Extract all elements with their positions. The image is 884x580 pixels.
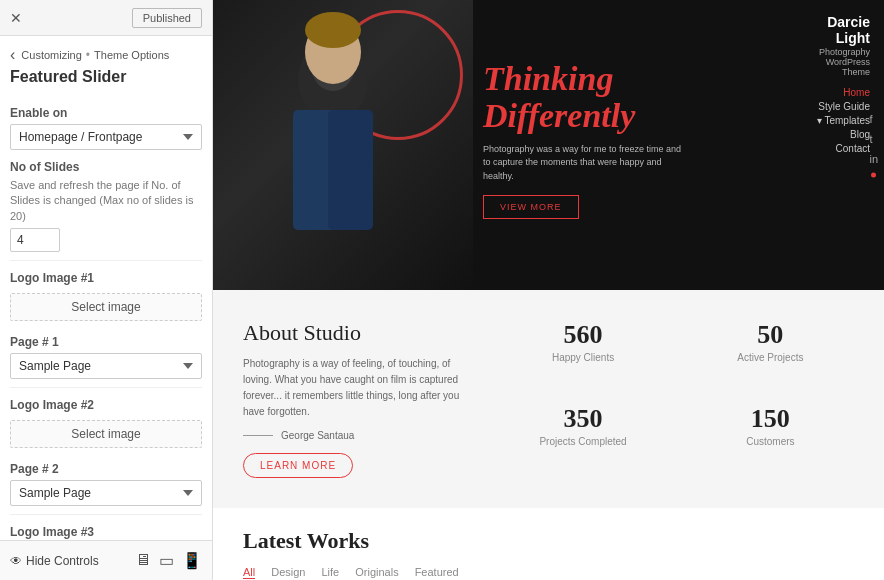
slides-help-text: Save and refresh the page if No. of Slid…	[10, 178, 202, 224]
panel-scroll-area: Enable on Homepage / Frontpage All Pages…	[0, 96, 212, 540]
panel-footer: 👁 Hide Controls 🖥 ▭ 📱	[0, 540, 212, 580]
stat-projects-completed: 350 Projects Completed	[499, 404, 666, 478]
stat-projects-completed-number: 350	[499, 404, 666, 434]
logo1-label: Logo Image #1	[10, 271, 202, 285]
works-title: Latest Works	[243, 528, 854, 554]
eye-icon: 👁	[10, 554, 22, 568]
page1-dropdown[interactable]: Sample Page	[10, 353, 202, 379]
about-description: Photography is a way of feeling, of touc…	[243, 356, 479, 420]
enable-label: Enable on	[10, 106, 202, 120]
about-title-pre: About	[243, 320, 298, 345]
customizer-panel: ✕ Published ‹ Customizing • Theme Option…	[0, 0, 213, 580]
page1-label: Page # 1	[10, 335, 202, 349]
hero-content: Thinking Differently Photography was a w…	[483, 60, 784, 219]
works-section: Latest Works All Design Life Originals F…	[213, 508, 884, 580]
logo3-label: Logo Image #3	[10, 525, 202, 539]
hero-heading-line2: Differently	[483, 97, 784, 134]
hero-person-image	[213, 0, 473, 290]
mobile-icon[interactable]: 📱	[182, 551, 202, 570]
preview-area: Darcie Light Photography WordPress Theme…	[213, 0, 884, 580]
panel-header: ✕ Published	[0, 0, 212, 36]
slides-count-input[interactable]	[10, 228, 60, 252]
hero-heading-line1: Thinking	[483, 60, 784, 97]
desktop-icon[interactable]: 🖥	[135, 551, 151, 570]
stat-active-projects: 50 Active Projects	[687, 320, 854, 394]
nav-home[interactable]: Home	[808, 87, 870, 98]
nav-templates[interactable]: ▾ Templates	[808, 115, 870, 126]
close-button[interactable]: ✕	[10, 10, 22, 26]
site-navigation: Darcie Light Photography WordPress Theme…	[794, 0, 884, 171]
footer-device-icons: 🖥 ▭ 📱	[135, 551, 202, 570]
svg-point-4	[305, 12, 361, 48]
enable-dropdown[interactable]: Homepage / Frontpage All Pages None	[10, 124, 202, 150]
stat-projects-completed-label: Projects Completed	[499, 436, 666, 447]
stat-active-projects-number: 50	[687, 320, 854, 350]
hide-controls-label: Hide Controls	[26, 554, 99, 568]
logo2-select-image-button[interactable]: Select image	[10, 420, 202, 448]
slides-label: No of Slides	[10, 160, 202, 174]
panel-title: Featured Slider	[0, 66, 212, 96]
svg-rect-5	[293, 110, 328, 230]
breadcrumb-theme-options: Theme Options	[94, 49, 169, 61]
stat-active-projects-label: Active Projects	[687, 352, 854, 363]
stat-happy-clients-label: Happy Clients	[499, 352, 666, 363]
about-text-area: About Studio Photography is a way of fee…	[243, 320, 479, 478]
stat-customers-label: Customers	[687, 436, 854, 447]
tab-design[interactable]: Design	[271, 566, 305, 579]
learn-more-button[interactable]: LEARN MORE	[243, 453, 353, 478]
stat-customers: 150 Customers	[687, 404, 854, 478]
about-title: About Studio	[243, 320, 479, 346]
page2-label: Page # 2	[10, 462, 202, 476]
tab-originals[interactable]: Originals	[355, 566, 398, 579]
site-tagline: Photography WordPress Theme	[808, 47, 870, 77]
works-filter-tabs: All Design Life Originals Featured	[243, 566, 854, 579]
tab-all[interactable]: All	[243, 566, 255, 579]
stats-grid: 560 Happy Clients 50 Active Projects 350…	[499, 320, 854, 478]
published-button[interactable]: Published	[132, 8, 202, 28]
tab-featured[interactable]: Featured	[415, 566, 459, 579]
tab-life[interactable]: Life	[321, 566, 339, 579]
about-section: About Studio Photography is a way of fee…	[213, 290, 884, 508]
about-title-highlight: Studio	[298, 320, 361, 345]
stat-customers-number: 150	[687, 404, 854, 434]
logo2-label: Logo Image #2	[10, 398, 202, 412]
breadcrumb-separator: •	[86, 48, 90, 62]
breadcrumb-customizing: Customizing	[21, 49, 82, 61]
nav-contact[interactable]: Contact	[808, 143, 870, 154]
svg-rect-6	[328, 110, 373, 230]
page2-dropdown[interactable]: Sample Page	[10, 480, 202, 506]
hero-section: Darcie Light Photography WordPress Theme…	[213, 0, 884, 290]
about-author: George Santaua	[243, 430, 479, 441]
hero-subtext: Photography was a way for me to freeze t…	[483, 143, 683, 184]
hide-controls-button[interactable]: 👁 Hide Controls	[10, 554, 99, 568]
hero-heading: Thinking Differently	[483, 60, 784, 135]
social-indicator-dot	[871, 173, 876, 178]
back-arrow-icon[interactable]: ‹	[10, 46, 15, 64]
stat-happy-clients-number: 560	[499, 320, 666, 350]
logo1-select-image-button[interactable]: Select image	[10, 293, 202, 321]
author-line-decoration	[243, 435, 273, 436]
tablet-icon[interactable]: ▭	[159, 551, 174, 570]
hero-view-more-button[interactable]: VIEW MORE	[483, 195, 579, 219]
author-name: George Santaua	[281, 430, 354, 441]
person-silhouette	[243, 10, 423, 280]
site-name: Darcie Light	[808, 14, 870, 46]
nav-blog[interactable]: Blog	[808, 129, 870, 140]
breadcrumb: ‹ Customizing • Theme Options	[0, 36, 212, 66]
stat-happy-clients: 560 Happy Clients	[499, 320, 666, 394]
nav-style-guide[interactable]: Style Guide	[808, 101, 870, 112]
